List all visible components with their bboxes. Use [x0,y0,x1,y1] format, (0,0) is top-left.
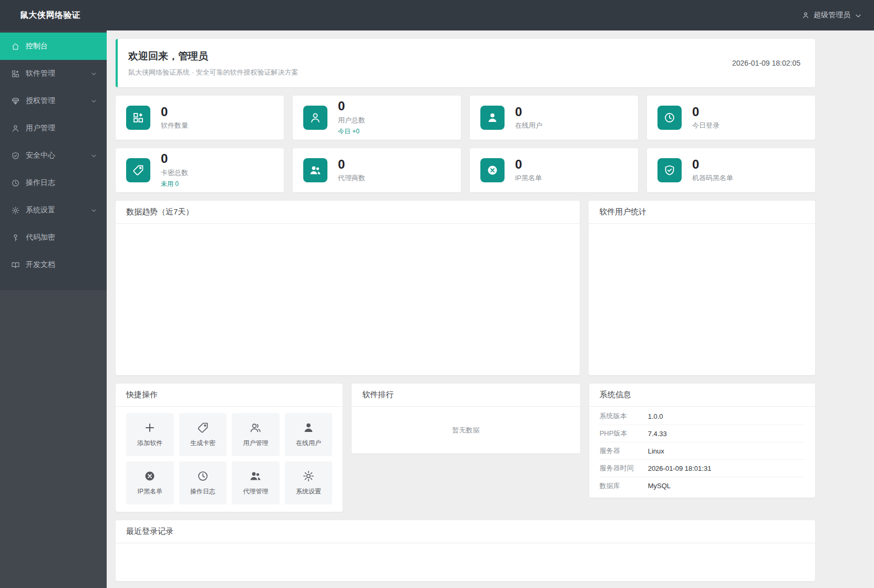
system-info-title: 系统信息 [589,384,815,407]
user-icon [11,124,20,133]
welcome-title: 欢迎回来，管理员 [128,49,299,63]
home-icon [11,42,20,51]
quick-actions-panel: 快捷操作 添加软件 生成卡密 用户管理 在线用户 [116,384,343,512]
quick-action-label: 添加软件 [137,439,162,448]
system-info-list: 系统版本 1.0.0 PHP版本 7.4.33 服务器 Linux 服务器时间 … [589,407,815,498]
stat-label: 软件数量 [161,121,188,130]
chevron-down-icon [90,98,97,105]
sidebar-item-encryption[interactable]: 代码加密 [0,224,107,251]
current-datetime: 2026-01-09 18:02:05 [732,59,800,67]
clock-icon [657,106,682,130]
stats-row-1: 0 软件数量 0 用户总数 今日 +0 0 在线用户 [116,96,815,140]
system-info-value: 2026-01-09 18:01:31 [648,465,712,472]
stat-value: 0 [338,99,365,112]
sidebar-item-label: 软件管理 [26,69,85,78]
stat-label: 机器码黑名单 [692,173,733,183]
top-header: 鼠大侠网络验证 超级管理员 [0,0,874,30]
stat-label: 今日登录 [692,121,719,130]
sidebar-item-label: 控制台 [26,42,97,51]
quick-action-label: 代理管理 [243,487,268,496]
stat-card-machine-blacklist: 0 机器码黑名单 [647,148,815,192]
sidebar-item-settings[interactable]: 系统设置 [0,197,107,224]
sidebar-menu: 控制台 软件管理 授权管理 用户管理 [0,30,107,290]
sidebar-item-software[interactable]: 软件管理 [0,60,107,87]
shield-check-icon [11,151,20,160]
empty-data-text: 暂无数据 [452,426,479,435]
system-info-row: 系统版本 1.0.0 [600,408,805,425]
sidebar-item-label: 用户管理 [26,123,97,133]
ban-icon [143,470,156,482]
user-menu[interactable]: 超级管理员 [801,11,861,20]
quick-action-label: 操作日志 [190,487,215,496]
chevron-down-icon [90,152,97,159]
app-title: 鼠大侠网络验证 [0,10,107,21]
quick-action-add-software[interactable]: 添加软件 [126,413,174,456]
stat-card-today-logins: 0 今日登录 [647,96,815,140]
sidebar-item-label: 系统设置 [26,205,85,215]
sidebar-item-authorization[interactable]: 授权管理 [0,87,107,115]
sidebar-item-label: 安全中心 [26,151,85,160]
ban-icon [480,158,505,182]
gem-icon [11,97,20,106]
quick-action-agent-management[interactable]: 代理管理 [232,461,280,504]
stat-value: 0 [692,105,719,118]
stat-sub-label: 未用 0 [161,180,188,189]
gear-icon [11,206,20,215]
bottom-row: 快捷操作 添加软件 生成卡密 用户管理 在线用户 [116,384,815,512]
system-info-value: 1.0.0 [648,412,663,420]
sidebar-item-dashboard[interactable]: 控制台 [0,33,107,60]
clock-icon [11,179,20,188]
user-outline-icon [303,106,327,130]
sidebar-item-security[interactable]: 安全中心 [0,142,107,169]
plus-icon [143,421,156,434]
system-info-row: PHP版本 7.4.33 [600,425,805,442]
system-info-panel: 系统信息 系统版本 1.0.0 PHP版本 7.4.33 服务器 Linux 服… [589,384,815,498]
chevron-down-icon [90,70,97,77]
quick-actions-grid: 添加软件 生成卡密 用户管理 在线用户 IP黑名单 [116,407,343,512]
stat-label: 用户总数 [338,116,365,125]
quick-action-system-settings[interactable]: 系统设置 [285,461,333,504]
sidebar-item-label: 开发文档 [26,260,97,270]
stat-value: 0 [161,152,188,165]
system-info-label: 服务器时间 [600,463,648,473]
apps-icon [126,106,150,130]
quick-action-label: 系统设置 [296,487,321,496]
stat-label: 代理商数 [338,173,365,183]
quick-action-label: IP黑名单 [138,487,162,496]
clock-icon [197,470,209,482]
apps-icon [11,69,20,78]
users-filled-icon [249,470,262,482]
user-stats-chart-title: 软件用户统计 [589,201,815,224]
users-outline-icon [249,421,262,434]
sidebar-item-label: 操作日志 [26,178,97,188]
quick-action-operation-logs[interactable]: 操作日志 [179,461,227,504]
stat-card-software-count: 0 软件数量 [116,96,284,140]
quick-action-online-users[interactable]: 在线用户 [285,413,333,456]
gear-icon [302,470,315,482]
welcome-card: 欢迎回来，管理员 鼠大侠网络验证系统 · 安全可靠的软件授权验证解决方案 202… [116,39,815,87]
sidebar-item-logs[interactable]: 操作日志 [0,169,107,197]
stat-card-online-users: 0 在线用户 [470,96,638,140]
charts-row: 数据趋势（近7天） 软件用户统计 [116,201,815,375]
tag-icon [197,421,209,434]
sidebar-item-users[interactable]: 用户管理 [0,115,107,142]
system-info-value: MySQL [648,482,671,490]
stat-value: 0 [515,105,542,118]
recent-logins-title: 最近登录记录 [116,520,815,543]
user-name: 超级管理员 [814,11,850,20]
user-stats-chart-panel: 软件用户统计 [589,201,815,375]
stat-value: 0 [338,158,365,171]
quick-action-generate-keys[interactable]: 生成卡密 [179,413,227,456]
quick-action-label: 生成卡密 [190,439,215,448]
system-info-row: 服务器 Linux [600,442,805,460]
system-info-label: PHP版本 [600,429,648,438]
stat-value: 0 [692,158,733,171]
sidebar-item-docs[interactable]: 开发文档 [0,251,107,278]
recent-logins-body [116,543,815,581]
system-info-row: 数据库 MySQL [600,477,805,494]
software-ranking-body: 暂无数据 [352,407,580,453]
quick-action-ip-blacklist[interactable]: IP黑名单 [126,461,174,504]
trend-chart-title: 数据趋势（近7天） [116,201,580,224]
system-info-row: 服务器时间 2026-01-09 18:01:31 [600,460,805,477]
quick-action-user-management[interactable]: 用户管理 [232,413,280,456]
